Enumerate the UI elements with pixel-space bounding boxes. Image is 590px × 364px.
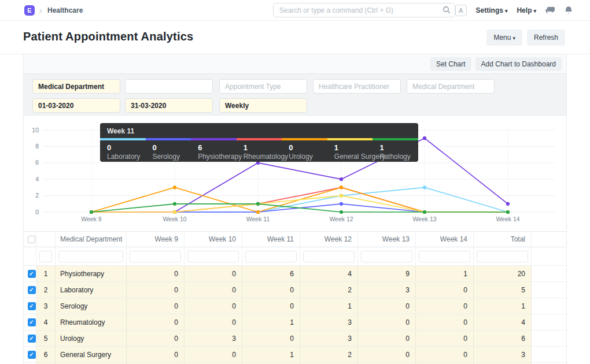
cell-value: 0 — [127, 282, 185, 298]
tooltip-item-value: 6 — [198, 143, 242, 152]
column-filter-input[interactable] — [130, 251, 181, 262]
cell-value: 0 — [185, 298, 242, 314]
cell-value: 3 — [358, 282, 416, 298]
help-menu[interactable]: Help▾ — [517, 6, 536, 14]
table-row: ✓5Urology0303006 — [24, 330, 566, 347]
breadcrumb[interactable]: Healthcare — [47, 6, 83, 14]
search-input[interactable] — [273, 3, 455, 17]
filter-medical-department[interactable] — [32, 79, 120, 94]
chart-tooltip: Week 11 0Laboratory0Serology6Physiothera… — [100, 123, 418, 162]
column-header[interactable]: Week 14 — [416, 232, 474, 247]
row-checkbox[interactable]: ✓ — [28, 270, 36, 278]
chart-toolbar: Set Chart Add Chart to Dashboard — [24, 54, 566, 73]
tooltip-item: 0Serology — [153, 143, 180, 161]
row-checkbox-cell: ✓ — [27, 330, 36, 346]
cell-value: 0 — [416, 330, 474, 346]
cell-value: 3 — [474, 347, 532, 362]
column-header[interactable]: Week 11 — [242, 232, 300, 247]
cell-value: 0 — [416, 298, 474, 314]
tooltip-item: 1Pathology — [379, 143, 410, 161]
cell-value: 0 — [127, 266, 185, 281]
row-checkbox-cell: ✓ — [27, 282, 36, 298]
cell-value: 0 — [127, 330, 185, 346]
row-gutter — [532, 314, 566, 330]
add-chart-to-dashboard-button[interactable]: Add Chart to Dashboard — [475, 57, 562, 71]
caret-down-icon: ▾ — [533, 8, 536, 14]
tooltip-item-value: 1 — [244, 143, 288, 152]
row-index: 1 — [36, 266, 56, 281]
column-header[interactable]: Week 9 — [127, 232, 185, 247]
filter-empty[interactable] — [125, 79, 213, 94]
filter-cell — [185, 247, 242, 265]
notifications-bell-icon[interactable] — [565, 6, 573, 15]
cell-value: 0 — [185, 314, 242, 330]
svg-text:Week 14: Week 14 — [496, 216, 519, 222]
svg-text:6: 6 — [35, 159, 39, 166]
row-checkbox[interactable]: ✓ — [28, 318, 36, 326]
tooltip-item: 1Rheumatology — [244, 143, 288, 161]
tooltip-item-label: Serology — [153, 153, 180, 161]
filter-cell — [127, 247, 185, 265]
cell-value: 2 — [300, 282, 358, 298]
menu-button[interactable]: Menu▾ — [486, 29, 522, 46]
cell-value: 0 — [242, 330, 300, 346]
filter-to-date[interactable] — [125, 98, 213, 113]
row-checkbox[interactable]: ✓ — [28, 335, 36, 343]
cell-value: 6 — [242, 266, 300, 281]
refresh-button[interactable]: Refresh — [527, 29, 565, 46]
svg-text:4: 4 — [35, 176, 39, 183]
row-gutter — [532, 282, 566, 298]
cell-value: 0 — [185, 282, 242, 298]
filter-medical-department-2[interactable] — [407, 79, 495, 94]
filter-cell — [242, 247, 300, 265]
column-header[interactable]: Week 10 — [185, 232, 242, 247]
app-logo[interactable]: E — [24, 5, 35, 16]
cell-value: 5 — [474, 282, 532, 298]
cell-value: 4 — [474, 314, 532, 330]
filter-from-date[interactable] — [32, 98, 120, 113]
column-filter-input[interactable] — [245, 251, 297, 262]
row-checkbox-cell: ✓ — [27, 314, 36, 330]
column-header[interactable]: Medical Department — [56, 232, 127, 247]
column-header[interactable]: Week 12 — [300, 232, 358, 247]
svg-text:8: 8 — [35, 143, 39, 150]
column-filter-input[interactable] — [477, 251, 528, 262]
settings-menu[interactable]: Settings▾ — [476, 6, 508, 14]
filter-range[interactable] — [219, 98, 307, 113]
column-header[interactable]: Total — [474, 232, 532, 247]
row-gutter — [532, 298, 566, 314]
svg-text:Week 11: Week 11 — [246, 216, 270, 222]
filter-index-cell — [36, 247, 56, 265]
row-checkbox[interactable]: ✓ — [28, 351, 36, 359]
column-header[interactable]: Week 13 — [358, 232, 416, 247]
row-gutter — [532, 347, 566, 362]
column-filter-input[interactable] — [39, 251, 52, 262]
avatar[interactable]: A — [455, 5, 467, 16]
row-index: 5 — [36, 330, 56, 346]
header-gutter — [532, 232, 566, 247]
filter-appointment-type[interactable] — [219, 79, 307, 94]
navbar-right: A Settings▾ Help▾ — [455, 0, 573, 21]
column-filter-input[interactable] — [361, 251, 412, 262]
set-chart-button[interactable]: Set Chart — [430, 57, 471, 71]
filter-healthcare-practitioner[interactable] — [313, 79, 401, 94]
chevron-right-icon: › — [39, 6, 42, 15]
select-all-checkbox[interactable] — [28, 236, 35, 243]
column-filter-input[interactable] — [303, 251, 355, 262]
tooltip-item-label: Rheumatology — [244, 153, 288, 161]
cell-value: 9 — [358, 266, 416, 281]
global-search — [273, 3, 455, 17]
tooltip-items: 0Laboratory0Serology6Physiotherapy1Rheum… — [100, 140, 418, 162]
column-filter-input[interactable] — [419, 251, 470, 262]
tooltip-item: 1General Surgery — [334, 143, 385, 161]
chat-icon[interactable] — [545, 6, 555, 15]
column-filter-input[interactable] — [187, 251, 239, 262]
row-checkbox[interactable]: ✓ — [28, 286, 36, 294]
cell-value: 3 — [300, 330, 358, 346]
cell-value: 0 — [185, 347, 242, 362]
column-filter-input[interactable] — [58, 251, 123, 262]
row-checkbox[interactable]: ✓ — [28, 302, 36, 310]
filter-cell — [416, 247, 474, 265]
page-title: Patient Appointment Analytics — [23, 30, 193, 43]
row-index: 2 — [36, 282, 56, 298]
